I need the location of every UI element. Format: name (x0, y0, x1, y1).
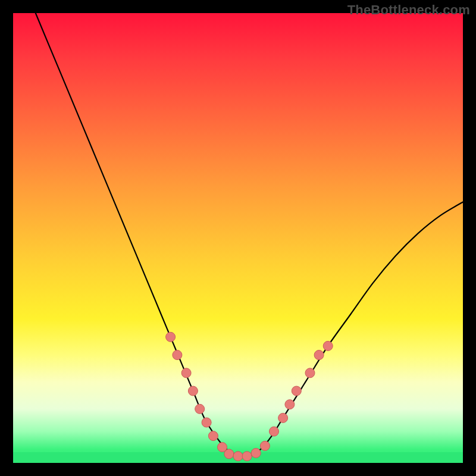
curve-marker (166, 332, 176, 342)
curve-marker (323, 341, 333, 350)
curve-marker (292, 386, 301, 396)
curve-markers (166, 332, 333, 461)
curve-marker (202, 418, 211, 427)
curve-marker (251, 448, 261, 458)
curve-marker (314, 350, 324, 360)
curve-marker (188, 386, 198, 396)
curve-marker (305, 368, 315, 378)
curve-marker (181, 368, 191, 378)
curve-marker (242, 452, 252, 461)
curve-marker (208, 431, 218, 441)
curve-marker (195, 404, 205, 414)
curve-marker (285, 400, 295, 409)
curve-marker (278, 413, 288, 422)
curve-marker (260, 441, 270, 450)
curve-marker (173, 350, 182, 360)
curve-marker (270, 427, 279, 436)
bottleneck-curve-path (36, 13, 463, 457)
curve-marker (233, 452, 243, 461)
curve-marker (224, 449, 234, 459)
bottleneck-curve-svg (13, 13, 463, 463)
